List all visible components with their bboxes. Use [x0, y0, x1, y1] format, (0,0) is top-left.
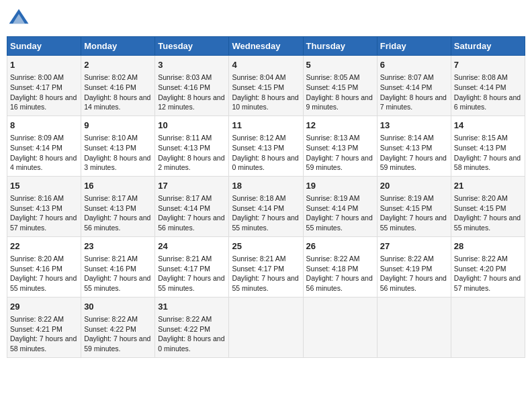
sunset: Sunset: 4:14 PM: [454, 83, 506, 91]
calendar-cell: [303, 297, 377, 357]
daylight: Daylight: 7 hours and 58 minutes.: [10, 334, 77, 353]
header-sunday: Sunday: [7, 37, 81, 56]
header-wednesday: Wednesday: [229, 37, 303, 56]
sunset: Sunset: 4:15 PM: [306, 83, 359, 91]
sunrise: Sunrise: 8:17 AM: [158, 194, 212, 202]
day-number: 22: [10, 240, 78, 253]
day-number: 5: [306, 59, 374, 71]
sunrise: Sunrise: 8:21 AM: [232, 255, 285, 263]
calendar-cell: 4Sunrise: 8:04 AMSunset: 4:15 PMDaylight…: [229, 56, 303, 116]
sunset: Sunset: 4:14 PM: [158, 204, 210, 212]
day-number: 29: [10, 301, 78, 313]
daylight: Daylight: 8 hours and 10 minutes.: [232, 93, 298, 111]
day-number: 16: [84, 180, 152, 192]
sunset: Sunset: 4:19 PM: [380, 265, 433, 273]
logo-icon: [7, 7, 31, 31]
sunset: Sunset: 4:22 PM: [158, 325, 210, 333]
calendar-cell: 31Sunrise: 8:22 AMSunset: 4:22 PMDayligh…: [155, 297, 229, 357]
sunrise: Sunrise: 8:15 AM: [454, 134, 508, 142]
sunrise: Sunrise: 8:19 AM: [306, 194, 360, 202]
calendar-cell: 27Sunrise: 8:22 AMSunset: 4:19 PMDayligh…: [377, 236, 451, 297]
day-number: 9: [84, 120, 152, 132]
sunset: Sunset: 4:13 PM: [84, 144, 136, 152]
calendar-cell: 28Sunrise: 8:22 AMSunset: 4:20 PMDayligh…: [451, 236, 525, 297]
header-friday: Friday: [377, 37, 451, 56]
sunset: Sunset: 4:14 PM: [10, 144, 62, 152]
calendar-cell: 22Sunrise: 8:20 AMSunset: 4:16 PMDayligh…: [7, 236, 81, 297]
calendar-cell: 10Sunrise: 8:11 AMSunset: 4:13 PMDayligh…: [155, 116, 229, 176]
sunset: Sunset: 4:16 PM: [10, 265, 62, 273]
sunset: Sunset: 4:21 PM: [10, 325, 62, 333]
calendar-cell: 19Sunrise: 8:19 AMSunset: 4:14 PMDayligh…: [303, 176, 377, 236]
sunset: Sunset: 4:14 PM: [380, 83, 433, 91]
sunrise: Sunrise: 8:22 AM: [454, 255, 508, 263]
calendar-cell: [229, 297, 303, 357]
calendar-cell: 2Sunrise: 8:02 AMSunset: 4:16 PMDaylight…: [81, 56, 155, 116]
calendar-header-row: SundayMondayTuesdayWednesdayThursdayFrid…: [7, 37, 525, 56]
calendar-cell: 20Sunrise: 8:19 AMSunset: 4:15 PMDayligh…: [377, 176, 451, 236]
sunset: Sunset: 4:18 PM: [306, 265, 359, 273]
calendar-cell: 9Sunrise: 8:10 AMSunset: 4:13 PMDaylight…: [81, 116, 155, 176]
day-number: 1: [10, 59, 78, 71]
calendar-cell: 7Sunrise: 8:08 AMSunset: 4:14 PMDaylight…: [451, 56, 525, 116]
calendar-cell: 3Sunrise: 8:03 AMSunset: 4:16 PMDaylight…: [155, 56, 229, 116]
day-number: 17: [158, 180, 226, 192]
daylight: Daylight: 8 hours and 3 minutes.: [84, 154, 150, 172]
daylight: Daylight: 7 hours and 55 minutes.: [306, 214, 373, 232]
sunrise: Sunrise: 8:08 AM: [454, 73, 508, 81]
daylight: Daylight: 8 hours and 12 minutes.: [158, 93, 224, 111]
daylight: Daylight: 7 hours and 55 minutes.: [10, 274, 77, 292]
sunset: Sunset: 4:13 PM: [454, 144, 506, 152]
sunrise: Sunrise: 8:20 AM: [10, 255, 64, 263]
sunset: Sunset: 4:13 PM: [10, 204, 62, 212]
sunset: Sunset: 4:17 PM: [158, 265, 210, 273]
sunset: Sunset: 4:16 PM: [84, 83, 136, 91]
day-number: 11: [232, 120, 300, 132]
daylight: Daylight: 7 hours and 55 minutes.: [158, 274, 224, 292]
daylight: Daylight: 7 hours and 56 minutes.: [84, 214, 150, 232]
daylight: Daylight: 8 hours and 6 minutes.: [454, 93, 521, 111]
sunset: Sunset: 4:14 PM: [232, 204, 284, 212]
sunset: Sunset: 4:13 PM: [84, 204, 136, 212]
daylight: Daylight: 8 hours and 9 minutes.: [306, 93, 373, 111]
header-thursday: Thursday: [303, 37, 377, 56]
sunrise: Sunrise: 8:02 AM: [84, 73, 138, 81]
page-header: [7, 7, 525, 31]
sunset: Sunset: 4:20 PM: [454, 265, 506, 273]
day-number: 23: [84, 240, 152, 253]
day-number: 28: [454, 240, 522, 253]
calendar-week-row: 8Sunrise: 8:09 AMSunset: 4:14 PMDaylight…: [7, 116, 525, 176]
calendar-cell: 8Sunrise: 8:09 AMSunset: 4:14 PMDaylight…: [7, 116, 81, 176]
sunrise: Sunrise: 8:12 AM: [232, 134, 285, 142]
day-number: 27: [380, 240, 448, 253]
calendar-table: SundayMondayTuesdayWednesdayThursdayFrid…: [7, 36, 525, 358]
calendar-cell: 6Sunrise: 8:07 AMSunset: 4:14 PMDaylight…: [377, 56, 451, 116]
sunrise: Sunrise: 8:10 AM: [84, 134, 138, 142]
calendar-cell: 26Sunrise: 8:22 AMSunset: 4:18 PMDayligh…: [303, 236, 377, 297]
calendar-cell: 15Sunrise: 8:16 AMSunset: 4:13 PMDayligh…: [7, 176, 81, 236]
day-number: 12: [306, 120, 374, 132]
day-number: 31: [158, 301, 226, 313]
day-number: 7: [454, 59, 522, 71]
sunset: Sunset: 4:22 PM: [84, 325, 136, 333]
sunrise: Sunrise: 8:17 AM: [84, 194, 138, 202]
daylight: Daylight: 7 hours and 56 minutes.: [380, 274, 447, 292]
sunset: Sunset: 4:15 PM: [380, 204, 433, 212]
day-number: 2: [84, 59, 152, 71]
day-number: 21: [454, 180, 522, 192]
header-saturday: Saturday: [451, 37, 525, 56]
daylight: Daylight: 8 hours and 0 minutes.: [158, 334, 224, 353]
sunrise: Sunrise: 8:22 AM: [158, 315, 212, 323]
calendar-cell: 17Sunrise: 8:17 AMSunset: 4:14 PMDayligh…: [155, 176, 229, 236]
calendar-cell: 1Sunrise: 8:00 AMSunset: 4:17 PMDaylight…: [7, 56, 81, 116]
daylight: Daylight: 7 hours and 55 minutes.: [454, 214, 521, 232]
sunrise: Sunrise: 8:14 AM: [380, 134, 434, 142]
sunrise: Sunrise: 8:22 AM: [84, 315, 138, 323]
calendar-cell: 21Sunrise: 8:20 AMSunset: 4:15 PMDayligh…: [451, 176, 525, 236]
daylight: Daylight: 7 hours and 56 minutes.: [306, 274, 373, 292]
calendar-cell: 5Sunrise: 8:05 AMSunset: 4:15 PMDaylight…: [303, 56, 377, 116]
calendar-cell: 13Sunrise: 8:14 AMSunset: 4:13 PMDayligh…: [377, 116, 451, 176]
day-number: 30: [84, 301, 152, 313]
calendar-cell: 11Sunrise: 8:12 AMSunset: 4:13 PMDayligh…: [229, 116, 303, 176]
sunrise: Sunrise: 8:22 AM: [10, 315, 64, 323]
